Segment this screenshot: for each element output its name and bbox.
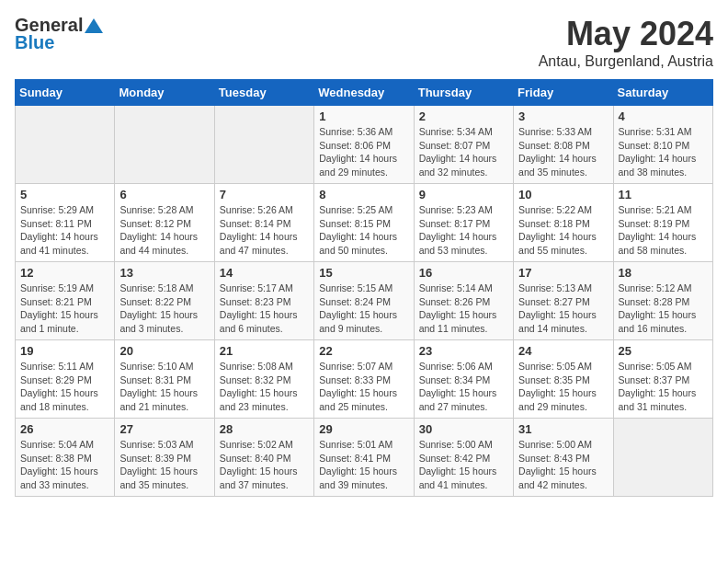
day-number: 1	[319, 109, 408, 123]
day-info: Sunrise: 5:03 AMSunset: 8:39 PMDaylight:…	[119, 438, 209, 492]
calendar-cell: 22Sunrise: 5:07 AMSunset: 8:33 PMDayligh…	[314, 340, 414, 419]
calendar-cell	[16, 106, 115, 184]
calendar-cell: 14Sunrise: 5:17 AMSunset: 8:23 PMDayligh…	[214, 262, 313, 340]
logo-triangle-icon	[85, 17, 103, 35]
day-info: Sunrise: 5:18 AMSunset: 8:22 PMDaylight:…	[119, 282, 209, 336]
weekday-header-saturday: Saturday	[613, 80, 712, 106]
day-number: 23	[419, 344, 508, 358]
day-number: 22	[319, 344, 408, 358]
calendar-cell: 15Sunrise: 5:15 AMSunset: 8:24 PMDayligh…	[314, 262, 414, 340]
day-info: Sunrise: 5:10 AMSunset: 8:31 PMDaylight:…	[119, 360, 209, 414]
day-info: Sunrise: 5:22 AMSunset: 8:18 PMDaylight:…	[518, 203, 608, 258]
day-number: 19	[20, 344, 109, 358]
day-info: Sunrise: 5:19 AMSunset: 8:21 PMDaylight:…	[20, 282, 109, 336]
day-number: 6	[119, 188, 209, 201]
day-number: 28	[220, 422, 309, 436]
day-info: Sunrise: 5:31 AMSunset: 8:10 PMDaylight:…	[619, 125, 708, 179]
calendar-cell: 11Sunrise: 5:21 AMSunset: 8:19 PMDayligh…	[613, 184, 712, 262]
day-number: 11	[619, 188, 708, 201]
day-number: 29	[319, 422, 408, 436]
day-info: Sunrise: 5:34 AMSunset: 8:07 PMDaylight:…	[419, 125, 508, 179]
weekday-header-monday: Monday	[115, 80, 214, 106]
day-number: 31	[518, 422, 608, 436]
day-info: Sunrise: 5:05 AMSunset: 8:35 PMDaylight:…	[518, 360, 608, 414]
day-number: 16	[419, 266, 508, 280]
day-info: Sunrise: 5:08 AMSunset: 8:32 PMDaylight:…	[220, 360, 309, 414]
calendar-cell: 18Sunrise: 5:12 AMSunset: 8:28 PMDayligh…	[613, 262, 712, 340]
day-info: Sunrise: 5:11 AMSunset: 8:29 PMDaylight:…	[20, 360, 109, 414]
calendar-cell: 10Sunrise: 5:22 AMSunset: 8:18 PMDayligh…	[514, 184, 613, 262]
calendar-cell: 1Sunrise: 5:36 AMSunset: 8:06 PMDaylight…	[314, 106, 414, 184]
svg-marker-0	[85, 18, 103, 33]
calendar-cell: 25Sunrise: 5:05 AMSunset: 8:37 PMDayligh…	[613, 340, 712, 419]
calendar-cell	[214, 106, 313, 184]
calendar-cell: 2Sunrise: 5:34 AMSunset: 8:07 PMDaylight…	[414, 106, 513, 184]
calendar-cell: 6Sunrise: 5:28 AMSunset: 8:12 PMDaylight…	[115, 184, 214, 262]
day-info: Sunrise: 5:06 AMSunset: 8:34 PMDaylight:…	[419, 360, 508, 414]
day-number: 12	[20, 266, 109, 280]
day-info: Sunrise: 5:05 AMSunset: 8:37 PMDaylight:…	[619, 360, 708, 414]
day-number: 13	[119, 266, 209, 280]
calendar-cell	[613, 419, 712, 497]
day-info: Sunrise: 5:23 AMSunset: 8:17 PMDaylight:…	[419, 203, 508, 258]
day-info: Sunrise: 5:13 AMSunset: 8:27 PMDaylight:…	[518, 282, 608, 336]
calendar-cell: 19Sunrise: 5:11 AMSunset: 8:29 PMDayligh…	[16, 340, 115, 419]
calendar-cell: 26Sunrise: 5:04 AMSunset: 8:38 PMDayligh…	[16, 419, 115, 497]
title-area: May 2024 Antau, Burgenland, Austria	[539, 15, 713, 70]
calendar-cell: 29Sunrise: 5:01 AMSunset: 8:41 PMDayligh…	[314, 419, 414, 497]
day-number: 18	[619, 266, 708, 280]
calendar-cell: 21Sunrise: 5:08 AMSunset: 8:32 PMDayligh…	[214, 340, 313, 419]
day-number: 3	[518, 109, 608, 123]
calendar-cell: 4Sunrise: 5:31 AMSunset: 8:10 PMDaylight…	[613, 106, 712, 184]
day-info: Sunrise: 5:07 AMSunset: 8:33 PMDaylight:…	[319, 360, 408, 414]
day-info: Sunrise: 5:26 AMSunset: 8:14 PMDaylight:…	[220, 203, 309, 258]
calendar-cell: 3Sunrise: 5:33 AMSunset: 8:08 PMDaylight…	[514, 106, 613, 184]
day-number: 17	[518, 266, 608, 280]
calendar-cell: 31Sunrise: 5:00 AMSunset: 8:43 PMDayligh…	[514, 419, 613, 497]
calendar-cell: 5Sunrise: 5:29 AMSunset: 8:11 PMDaylight…	[16, 184, 115, 262]
location-title: Antau, Burgenland, Austria	[539, 53, 713, 70]
weekday-header-sunday: Sunday	[16, 80, 115, 106]
day-info: Sunrise: 5:25 AMSunset: 8:15 PMDaylight:…	[319, 203, 408, 258]
logo-blue-text: Blue	[15, 32, 54, 53]
weekday-header-wednesday: Wednesday	[314, 80, 414, 106]
calendar-cell: 8Sunrise: 5:25 AMSunset: 8:15 PMDaylight…	[314, 184, 414, 262]
day-number: 20	[119, 344, 209, 358]
day-number: 25	[619, 344, 708, 358]
calendar-cell: 23Sunrise: 5:06 AMSunset: 8:34 PMDayligh…	[414, 340, 513, 419]
day-number: 8	[319, 188, 408, 201]
day-info: Sunrise: 5:04 AMSunset: 8:38 PMDaylight:…	[20, 438, 109, 492]
day-info: Sunrise: 5:00 AMSunset: 8:42 PMDaylight:…	[419, 438, 508, 492]
day-number: 2	[419, 109, 508, 123]
day-info: Sunrise: 5:15 AMSunset: 8:24 PMDaylight:…	[319, 282, 408, 336]
day-number: 4	[619, 109, 708, 123]
weekday-header-friday: Friday	[514, 80, 613, 106]
day-number: 7	[220, 188, 309, 201]
day-number: 26	[20, 422, 109, 436]
calendar-cell: 13Sunrise: 5:18 AMSunset: 8:22 PMDayligh…	[115, 262, 214, 340]
day-info: Sunrise: 5:01 AMSunset: 8:41 PMDaylight:…	[319, 438, 408, 492]
day-info: Sunrise: 5:12 AMSunset: 8:28 PMDaylight:…	[619, 282, 708, 336]
day-info: Sunrise: 5:21 AMSunset: 8:19 PMDaylight:…	[619, 203, 708, 258]
logo: General Blue	[15, 15, 103, 53]
calendar-cell: 16Sunrise: 5:14 AMSunset: 8:26 PMDayligh…	[414, 262, 513, 340]
day-number: 14	[220, 266, 309, 280]
calendar-table: SundayMondayTuesdayWednesdayThursdayFrid…	[15, 79, 713, 497]
calendar-cell: 20Sunrise: 5:10 AMSunset: 8:31 PMDayligh…	[115, 340, 214, 419]
weekday-header-tuesday: Tuesday	[214, 80, 313, 106]
day-number: 10	[518, 188, 608, 201]
calendar-cell: 9Sunrise: 5:23 AMSunset: 8:17 PMDaylight…	[414, 184, 513, 262]
day-info: Sunrise: 5:33 AMSunset: 8:08 PMDaylight:…	[518, 125, 608, 179]
weekday-header-thursday: Thursday	[414, 80, 513, 106]
day-info: Sunrise: 5:29 AMSunset: 8:11 PMDaylight:…	[20, 203, 109, 258]
day-number: 21	[220, 344, 309, 358]
day-info: Sunrise: 5:00 AMSunset: 8:43 PMDaylight:…	[518, 438, 608, 492]
calendar-cell: 30Sunrise: 5:00 AMSunset: 8:42 PMDayligh…	[414, 419, 513, 497]
calendar-cell: 17Sunrise: 5:13 AMSunset: 8:27 PMDayligh…	[514, 262, 613, 340]
day-info: Sunrise: 5:36 AMSunset: 8:06 PMDaylight:…	[319, 125, 408, 179]
day-info: Sunrise: 5:14 AMSunset: 8:26 PMDaylight:…	[419, 282, 508, 336]
calendar-cell: 28Sunrise: 5:02 AMSunset: 8:40 PMDayligh…	[214, 419, 313, 497]
calendar-cell	[115, 106, 214, 184]
day-number: 5	[20, 188, 109, 201]
day-number: 30	[419, 422, 508, 436]
